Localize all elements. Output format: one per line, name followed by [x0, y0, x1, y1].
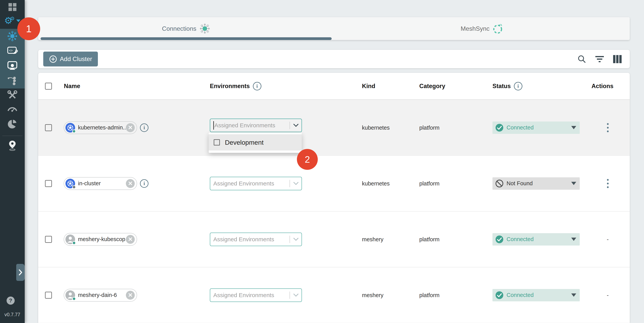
select-all-checkbox[interactable] — [45, 83, 52, 90]
connection-name: meshery-kubescop... — [78, 236, 126, 242]
tab-connections-label: Connections — [162, 25, 196, 32]
sidebar: ⚙ ⚙ <> — [0, 0, 25, 323]
chevron-down-icon[interactable] — [293, 293, 299, 297]
hub-icon — [200, 23, 210, 34]
remove-connection-button[interactable]: ✕ — [126, 123, 135, 132]
row-checkbox[interactable] — [45, 292, 52, 299]
environments-select[interactable]: Assigned Environments — [210, 288, 302, 302]
chevron-right-icon — [18, 269, 22, 276]
chevron-down-icon[interactable] — [293, 237, 299, 241]
chevron-down-icon[interactable] — [293, 182, 299, 185]
lifecycle-gear-small-icon: ⚙ — [10, 16, 15, 21]
sidebar-item-performance[interactable] — [0, 104, 25, 114]
chevron-down-icon — [571, 182, 576, 185]
adapters-code-window-icon: <> — [7, 46, 18, 56]
connection-name: meshery-dain-6 — [78, 292, 126, 298]
connections-hub-icon — [7, 31, 18, 41]
select-divider — [290, 180, 290, 187]
chevron-down-icon[interactable] — [293, 123, 299, 127]
sidebar-item-dashboard[interactable] — [0, 2, 25, 12]
environments-select[interactable]: Assigned Environments — [210, 177, 302, 190]
remove-connection-button[interactable]: ✕ — [126, 179, 135, 188]
column-header-actions: Actions — [592, 83, 614, 90]
sidebar-item-adapters[interactable]: <> — [0, 46, 25, 56]
kind-cell: meshery — [362, 236, 384, 242]
kubernetes-icon — [66, 179, 75, 188]
check-circle-icon — [495, 291, 504, 299]
question-mark-icon: ? — [9, 298, 12, 304]
tab-meshsync-label: MeshSync — [460, 25, 489, 32]
row-checkbox[interactable] — [45, 124, 52, 131]
svg-text:<>: <> — [9, 49, 13, 52]
sidebar-item-configuration[interactable] — [0, 90, 25, 101]
view-columns-icon[interactable] — [613, 55, 622, 64]
option-checkbox[interactable] — [214, 139, 220, 145]
tab-meshsync[interactable]: MeshSync — [334, 17, 630, 40]
environments-placeholder: Assigned Environments — [213, 236, 288, 243]
row-checkbox[interactable] — [45, 236, 52, 243]
text-cursor — [213, 121, 214, 130]
connection-name-chip[interactable]: meshery-dain-6 ✕ — [64, 289, 137, 301]
column-header-category[interactable]: Category — [419, 83, 445, 90]
row-actions-none: - — [599, 292, 616, 298]
connection-name-chip[interactable]: kubernetes-admin... ✕ — [64, 121, 137, 134]
environments-select[interactable]: Assigned Environments — [210, 233, 302, 246]
active-tab-indicator — [40, 37, 332, 40]
status-badge[interactable]: Connected — [492, 289, 580, 301]
select-divider — [290, 122, 290, 129]
tab-connections[interactable]: Connections — [38, 17, 334, 40]
select-divider — [290, 236, 290, 243]
sidebar-item-extensions[interactable] — [0, 119, 25, 129]
column-header-environments[interactable]: Environments i — [210, 82, 262, 90]
connections-table: Name Environments i Kind Category Status… — [38, 73, 630, 323]
column-header-status[interactable]: Status i — [492, 82, 522, 90]
info-icon[interactable]: i — [253, 82, 262, 90]
table-row: in-cluster ✕ i Assigned Environments kub… — [38, 156, 630, 211]
connection-info-icon[interactable]: i — [140, 179, 148, 188]
column-header-name[interactable]: Name — [64, 83, 80, 90]
search-icon[interactable] — [577, 55, 586, 64]
remove-connection-button[interactable]: ✕ — [126, 291, 135, 300]
row-checkbox[interactable] — [45, 180, 52, 187]
column-header-kind[interactable]: Kind — [362, 83, 375, 90]
table-header-row: Name Environments i Kind Category Status… — [38, 73, 630, 100]
environments-placeholder: Assigned Environments — [214, 122, 288, 129]
status-badge[interactable]: Not Found — [492, 177, 580, 190]
configuration-tools-icon — [7, 90, 18, 101]
environments-select[interactable]: Assigned Environments — [210, 119, 302, 132]
avatar-icon — [66, 290, 75, 300]
kind-cell: kubernetes — [362, 124, 390, 131]
annotation-badge-2: 2 — [297, 149, 318, 170]
sidebar-collapse-toggle[interactable] — [16, 264, 25, 281]
connection-info-icon[interactable]: i — [140, 123, 148, 132]
row-actions-menu[interactable] — [599, 179, 616, 188]
row-actions-menu[interactable] — [599, 123, 616, 132]
environments-placeholder: Assigned Environments — [213, 180, 288, 187]
add-cluster-button[interactable]: Add Cluster — [43, 52, 98, 67]
chevron-down-icon — [571, 293, 576, 297]
app-version: v0.7.77 — [0, 312, 25, 317]
environment-option-development[interactable]: Development — [209, 134, 302, 150]
connection-name-chip[interactable]: meshery-kubescop... ✕ — [64, 233, 137, 246]
connections-toolbar: Add Cluster — [38, 50, 630, 68]
status-badge[interactable]: Connected — [492, 233, 580, 245]
add-cluster-label: Add Cluster — [60, 56, 92, 63]
workflow-nodes-icon — [7, 75, 18, 85]
environments-placeholder: Assigned Environments — [213, 292, 288, 298]
connection-name-chip[interactable]: in-cluster ✕ — [64, 177, 137, 190]
annotation-badge-1: 1 — [17, 17, 40, 40]
table-row: meshery-dain-6 ✕ Assigned Environments m… — [38, 267, 630, 323]
status-badge[interactable]: Connected — [492, 122, 580, 134]
sidebar-item-get-started[interactable] — [0, 139, 25, 151]
info-icon[interactable]: i — [514, 82, 522, 90]
extensions-pie-icon — [7, 119, 18, 129]
filter-icon[interactable] — [595, 55, 604, 63]
kebab-menu-icon — [607, 123, 609, 132]
chevron-down-icon — [571, 238, 576, 241]
table-row: kubernetes-admin... ✕ i Assigned Environ… — [38, 100, 630, 156]
chevron-down-icon — [571, 126, 576, 129]
help-button[interactable]: ? — [6, 296, 15, 305]
remove-connection-button[interactable]: ✕ — [126, 235, 135, 244]
sidebar-item-workflows[interactable] — [0, 75, 25, 86]
sidebar-item-remote-sessions[interactable] — [0, 60, 25, 71]
